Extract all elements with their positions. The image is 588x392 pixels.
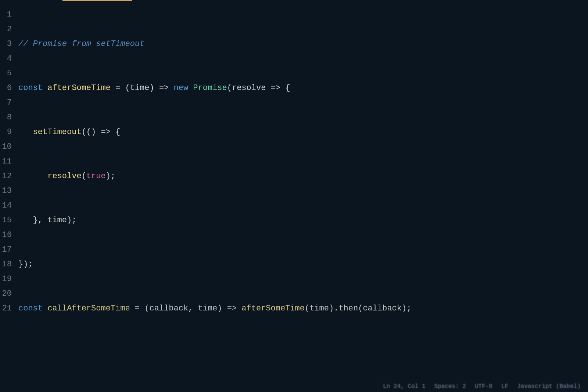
line-number: 12 <box>0 169 12 184</box>
code-area[interactable]: // Promise from setTimeout const afterSo… <box>18 7 588 392</box>
line-number: 3 <box>0 37 12 51</box>
code-line[interactable]: resolve(true); <box>18 169 588 184</box>
line-number: 14 <box>0 198 12 213</box>
code-line[interactable] <box>18 345 588 360</box>
status-bar: Ln 24, Col 1 Spaces: 2 UTF-8 LF Javascri… <box>220 381 581 392</box>
code-line[interactable]: }); <box>18 257 588 272</box>
line-number: 13 <box>0 184 12 198</box>
status-language[interactable]: Javascript (Babel) <box>517 383 581 390</box>
code-line[interactable]: setTimeout(() => { <box>18 125 588 140</box>
line-number: 20 <box>0 287 12 301</box>
line-number: 7 <box>0 96 12 110</box>
line-number: 8 <box>0 110 12 125</box>
active-tab-underline <box>62 0 132 1</box>
status-cursor[interactable]: Ln 24, Col 1 <box>383 383 425 390</box>
line-number: 11 <box>0 154 12 169</box>
line-number: 17 <box>0 242 12 257</box>
code-line[interactable]: // Promise from setTimeout <box>18 37 588 51</box>
status-encoding[interactable]: UTF-8 <box>475 383 492 390</box>
line-number: 2 <box>0 22 12 37</box>
code-editor[interactable]: 1 2 3 4 5 6 7 8 9 10 11 12 13 14 15 16 1… <box>0 0 588 392</box>
code-line[interactable]: const callAfterSomeTime = (callback, tim… <box>18 301 588 316</box>
line-number: 18 <box>0 257 12 272</box>
status-spaces[interactable]: Spaces: 2 <box>434 383 466 390</box>
line-number: 1 <box>0 7 12 22</box>
line-number: 9 <box>0 125 12 140</box>
line-number: 15 <box>0 213 12 228</box>
line-gutter: 1 2 3 4 5 6 7 8 9 10 11 12 13 14 15 16 1… <box>0 7 18 392</box>
code-line[interactable]: }, time); <box>18 213 588 228</box>
line-number: 5 <box>0 66 12 81</box>
line-number: 4 <box>0 51 12 66</box>
line-number: 10 <box>0 140 12 154</box>
line-number: 6 <box>0 81 12 96</box>
line-number: 19 <box>0 272 12 287</box>
line-number: 16 <box>0 228 12 242</box>
status-eol[interactable]: LF <box>501 383 508 390</box>
code-line[interactable]: const afterSomeTime = (time) => new Prom… <box>18 81 588 96</box>
line-number: 21 <box>0 301 12 316</box>
